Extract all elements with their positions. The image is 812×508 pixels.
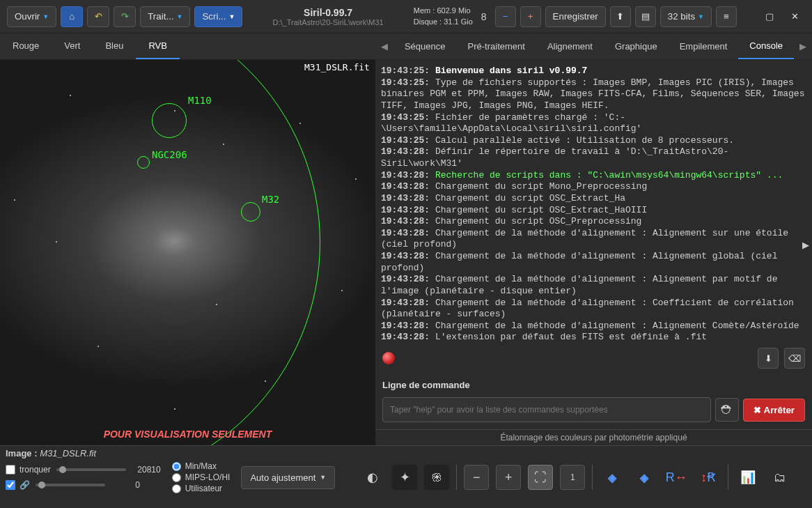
zoom-fit-button[interactable]: ⛶ (528, 465, 553, 490)
image-view[interactable]: M31_DSLR.fit M110 NGC206 M32 POUR VISUAL… (0, 60, 375, 445)
tab-plot[interactable]: Graphique (604, 34, 669, 59)
process-dropdown[interactable]: Trait...▼ (140, 6, 190, 27)
console-line: 19:43:28: Chargement de la méthode d'ali… (381, 321, 806, 332)
right-tabs: ◀ Séquence Pré-traitement Alignement Gra… (375, 33, 812, 60)
undo-button[interactable]: ↶ (87, 6, 109, 27)
hi-slider[interactable] (56, 468, 126, 471)
tab-scroll-left[interactable]: ◀ (375, 34, 393, 59)
save-button[interactable]: Enregistrer (545, 6, 606, 27)
color-icon: ✦ (400, 470, 410, 485)
expand-right-icon[interactable]: ▶ (799, 237, 812, 253)
caret-icon: ▼ (320, 474, 326, 481)
open-button[interactable]: Ouvrir▼ (7, 6, 56, 27)
mirror-y-button[interactable]: ↕Ꞧ (696, 465, 721, 490)
annotation-m110-label: M110 (188, 95, 212, 106)
maximize-icon: ▢ (765, 11, 774, 22)
maximize-button[interactable]: ▢ (759, 6, 780, 27)
bits-label: 32 bits (668, 11, 695, 22)
footer-message: Étalonnage des couleurs par photométrie … (375, 429, 812, 445)
zoom-in-button[interactable]: + (496, 465, 521, 490)
console-line: 19:43:28: L'extension par défaut des FIT… (381, 332, 806, 344)
script-label: Scri... (202, 11, 226, 22)
zoom-out-button[interactable]: − (464, 465, 489, 490)
layers-button[interactable]: 🗂 (767, 465, 793, 490)
redo-button[interactable]: ↷ (114, 6, 136, 27)
plus-icon: + (528, 11, 533, 22)
mirror-x-button[interactable]: R↔ (664, 465, 689, 490)
console-line: 19:43:25: Fichier de paramètres chargé :… (381, 112, 806, 135)
mode-mips[interactable]: MIPS-LO/HI (172, 472, 231, 482)
plus-button[interactable]: + (520, 6, 541, 27)
script-dropdown[interactable]: Scri...▼ (194, 6, 242, 27)
top-toolbar: Ouvrir▼ ⌂ ↶ ↷ Trait...▼ Scri...▼ Siril-0… (0, 0, 812, 33)
command-input[interactable] (382, 397, 711, 422)
mode-radios: Min/Max MIPS-LO/HI Utilisateur (172, 461, 231, 493)
tab-rouge[interactable]: Rouge (0, 33, 52, 59)
layers-icon: 🗂 (774, 470, 786, 485)
console-line: 19:43:28: Chargement du script OSC_Prepr… (381, 216, 806, 228)
tab-sequence[interactable]: Séquence (393, 34, 457, 59)
tab-stack[interactable]: Empilement (669, 34, 739, 59)
stop-label: Arrêter (764, 405, 795, 415)
rotate-left-button[interactable]: ◈ (600, 465, 625, 490)
visualization-only-label: POUR VISUALISATION SEULEMENT (0, 429, 375, 440)
help-button[interactable]: ⛑ (715, 398, 739, 422)
tab-bleu[interactable]: Bleu (93, 33, 136, 59)
caret-icon: ▼ (698, 13, 704, 20)
spin-value[interactable]: 8 (477, 11, 491, 22)
bottom-controls: tronquer 20810 🔗 0 Min/Max MIPS-LO/HI Ut… (0, 459, 812, 496)
truncate-checkbox[interactable]: tronquer (6, 465, 51, 475)
export-icon: ⬇ (765, 353, 772, 364)
livestack2-button[interactable]: ▤ (635, 6, 656, 27)
mirrorx-icon: R↔ (666, 470, 687, 485)
console-output[interactable]: 19:43:25: Bienvenue dans siril v0.99.719… (375, 60, 812, 344)
console-line: 19:43:25: Bienvenue dans siril v0.99.7 (381, 66, 806, 77)
console-line: 19:43:28: Chargement de la méthode d'ali… (381, 298, 806, 321)
home-button[interactable]: ⌂ (61, 6, 83, 27)
stop-icon: ✖ (754, 405, 761, 415)
tab-scroll-right[interactable]: ▶ (794, 34, 812, 59)
close-button[interactable]: ✕ (784, 6, 805, 27)
console-line: 19:43:28: Chargement du script Mono_Prep… (381, 181, 806, 193)
clear-log-button[interactable]: ⌫ (784, 348, 805, 369)
mode-user[interactable]: Utilisateur (172, 484, 231, 493)
minus-button[interactable]: − (495, 6, 516, 27)
home-icon: ⌂ (69, 11, 75, 22)
tab-align[interactable]: Alignement (536, 34, 604, 59)
tab-preprocess[interactable]: Pré-traitement (457, 34, 536, 59)
tab-vert[interactable]: Vert (52, 33, 93, 59)
livestack1-button[interactable]: ⬆ (610, 6, 631, 27)
tool-color-button[interactable]: ✦ (392, 465, 417, 490)
caret-icon: ▼ (42, 13, 49, 20)
lo-slider[interactable] (36, 484, 105, 486)
hi-value: 20810 (132, 465, 161, 475)
stop-button[interactable]: ✖Arrêter (743, 399, 805, 422)
annotation-m110-circle (152, 103, 187, 138)
redo-icon: ↷ (121, 11, 129, 22)
zoom-100-button[interactable]: 1 (560, 465, 585, 490)
tool-neg-button[interactable]: ◐ (360, 465, 385, 490)
tab-console[interactable]: Console (738, 33, 794, 59)
process-label: Trait... (148, 11, 173, 22)
console-line: 19:43:28: Chargement de la méthode d'ali… (381, 228, 806, 251)
app-title: Siril-0.99.7 (247, 7, 409, 18)
rotate-right-icon: ◈ (640, 471, 648, 484)
app-path: D:\_TraitAstro\20-SiriL\work\M31 (247, 18, 409, 26)
auto-adjust-dropdown[interactable]: Auto ajustement▼ (241, 466, 335, 489)
bits-dropdown[interactable]: 32 bits▼ (660, 6, 712, 27)
astrometry-icon: ֎ (431, 470, 443, 485)
export-log-button[interactable]: ⬇ (758, 348, 779, 369)
mode-minmax[interactable]: Min/Max (172, 461, 231, 471)
console-line: 19:43:28: Chargement de la méthode d'ali… (381, 251, 806, 274)
save-label: Enregistrer (553, 11, 598, 22)
link-checkbox[interactable]: 🔗 (6, 480, 30, 490)
left-panel: Rouge Vert Bleu RVB M31_DSLR.fit M110 NG… (0, 33, 375, 445)
tool-astrometry-button[interactable]: ֎ (424, 465, 449, 490)
histogram-button[interactable]: 📊 (735, 465, 760, 490)
caret-icon: ▼ (228, 13, 235, 20)
tab-rvb[interactable]: RVB (136, 33, 180, 59)
menu-button[interactable]: ≡ (716, 6, 737, 27)
lo-value: 0 (111, 480, 140, 490)
channel-tabs: Rouge Vert Bleu RVB (0, 33, 375, 60)
rotate-right-button[interactable]: ◈ (632, 465, 657, 490)
